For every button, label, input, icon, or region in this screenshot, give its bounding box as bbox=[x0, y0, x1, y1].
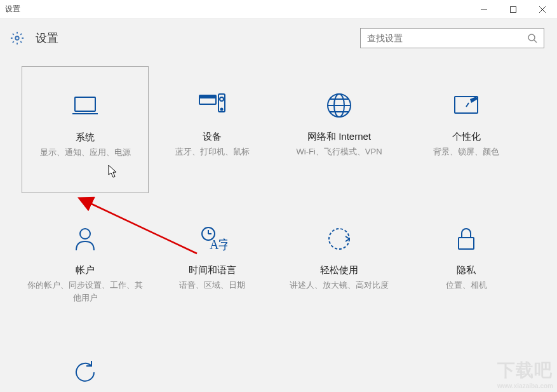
ease-icon bbox=[324, 224, 354, 254]
close-button[interactable] bbox=[528, 0, 557, 18]
tile-title: 隐私 bbox=[457, 264, 476, 276]
user-icon bbox=[70, 224, 100, 254]
tile-desc: 语音、区域、日期 bbox=[174, 279, 250, 292]
gear-icon bbox=[10, 31, 24, 45]
tile-desc: Wi-Fi、飞行模式、VPN bbox=[291, 145, 387, 158]
tile-title: 轻松使用 bbox=[320, 264, 358, 276]
svg-point-12 bbox=[221, 109, 223, 111]
svg-rect-7 bbox=[75, 97, 95, 111]
tile-title: 系统 bbox=[76, 132, 95, 144]
window-title: 设置 bbox=[5, 4, 20, 15]
svg-line-6 bbox=[534, 40, 537, 43]
maximize-button[interactable] bbox=[499, 0, 528, 18]
tile-desc: 讲述人、放大镜、高对比度 bbox=[285, 279, 394, 292]
svg-point-21 bbox=[80, 229, 90, 239]
svg-text:A字: A字 bbox=[210, 238, 227, 252]
window-controls bbox=[469, 0, 557, 18]
svg-rect-1 bbox=[511, 6, 516, 12]
laptop-icon bbox=[70, 91, 100, 121]
tile-title: 个性化 bbox=[452, 131, 481, 143]
tile-desc: 蓝牙、打印机、鼠标 bbox=[170, 145, 255, 158]
settings-tile-lock[interactable]: 隐私位置、相机 bbox=[403, 199, 530, 327]
search-box[interactable] bbox=[360, 28, 544, 48]
svg-point-13 bbox=[220, 97, 224, 101]
svg-point-26 bbox=[329, 229, 349, 249]
page-title: 设置 bbox=[36, 30, 58, 46]
svg-rect-10 bbox=[201, 97, 215, 98]
svg-point-5 bbox=[528, 34, 535, 41]
personalize-icon bbox=[451, 90, 481, 121]
tile-title: 网络和 Internet bbox=[307, 131, 371, 143]
update-icon bbox=[70, 357, 100, 388]
settings-tile-devices[interactable]: 设备蓝牙、打印机、鼠标 bbox=[149, 66, 276, 193]
minimize-button[interactable] bbox=[469, 0, 499, 18]
search-icon bbox=[527, 33, 537, 43]
tile-title: 设备 bbox=[203, 131, 222, 143]
settings-tile-personalize[interactable]: 个性化背景、锁屏、颜色 bbox=[403, 66, 530, 193]
settings-tile-globe[interactable]: 网络和 InternetWi-Fi、飞行模式、VPN bbox=[276, 66, 403, 193]
settings-tile-laptop[interactable]: 系统显示、通知、应用、电源 bbox=[22, 66, 149, 193]
settings-tile-time-lang[interactable]: A字时间和语言语音、区域、日期 bbox=[149, 199, 276, 327]
tile-title: 时间和语言 bbox=[189, 264, 236, 276]
search-input[interactable] bbox=[367, 33, 527, 43]
svg-line-20 bbox=[466, 103, 469, 107]
globe-icon bbox=[324, 90, 354, 121]
tile-desc: 显示、通知、应用、电源 bbox=[35, 146, 136, 159]
time-lang-icon: A字 bbox=[197, 224, 227, 254]
settings-tile-update[interactable]: 更新和安全 bbox=[22, 333, 149, 392]
lock-icon bbox=[451, 224, 481, 254]
tile-title: 帐户 bbox=[76, 264, 95, 276]
settings-tile-user[interactable]: 帐户你的帐户、同步设置、工作、其他用户 bbox=[22, 199, 149, 327]
devices-icon bbox=[197, 90, 227, 121]
svg-rect-27 bbox=[459, 238, 474, 249]
tile-desc: 你的帐户、同步设置、工作、其他用户 bbox=[22, 279, 149, 304]
svg-point-4 bbox=[15, 36, 19, 40]
tile-desc: 背景、锁屏、颜色 bbox=[428, 145, 504, 158]
tile-desc: 位置、相机 bbox=[441, 279, 492, 292]
settings-tile-ease[interactable]: 轻松使用讲述人、放大镜、高对比度 bbox=[276, 199, 403, 327]
